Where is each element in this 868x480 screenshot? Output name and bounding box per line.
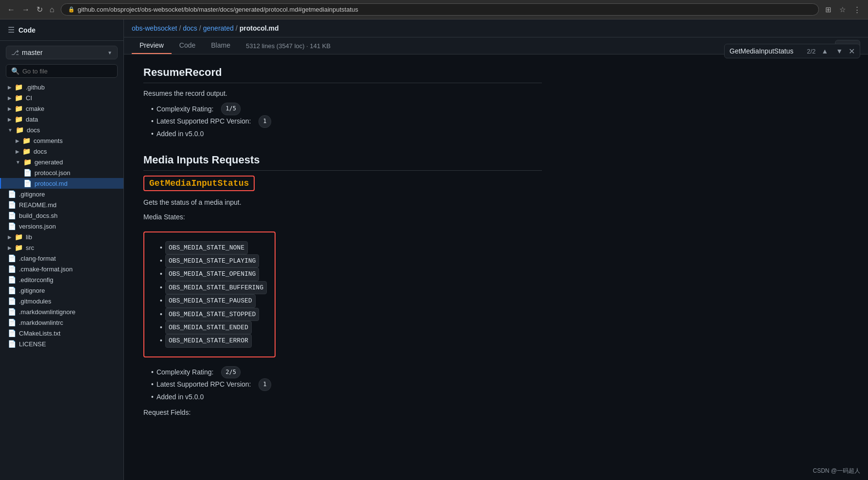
complexity-label2: Complexity Rating: (156, 366, 214, 378)
tree-item-readme[interactable]: 📄 README.md (0, 199, 123, 210)
address-bar[interactable]: 🔒 github.com/obsproject/obs-websocket/bl… (61, 3, 819, 16)
tree-label: .cmake-format.json (19, 266, 73, 273)
file-icon: 📄 (8, 254, 16, 262)
tree-item-docs-inner[interactable]: ▶ 📁 docs (0, 146, 123, 157)
expand-icon: ▼ (8, 127, 13, 133)
media-states-box: OBS_MEDIA_STATE_NONE OBS_MEDIA_STATE_PLA… (143, 231, 276, 357)
tree-label: .clang-format (19, 255, 56, 262)
tree-label: .gitignore (19, 287, 45, 294)
tree-item-docs[interactable]: ▼ 📁 docs (0, 124, 123, 135)
back-button[interactable]: ← (5, 4, 17, 15)
tree-item-cmakelists[interactable]: 📄 CMakeLists.txt (0, 328, 123, 338)
sidebar-toggle-icon[interactable]: ☰ (8, 25, 15, 35)
list-item-rpc: Latest Supported RPC Version: 1 (151, 115, 542, 128)
state-code: OBS_MEDIA_STATE_ERROR (165, 334, 252, 347)
tab-code[interactable]: Code (172, 37, 203, 54)
tree-item-cmake[interactable]: ▶ 📁 cmake (0, 103, 123, 114)
media-inputs-requests-heading: Media Inputs Requests (143, 154, 542, 171)
search-prev-button[interactable]: ▲ (819, 46, 830, 56)
content-area: obs-websocket / docs / generated / proto… (124, 19, 868, 480)
breadcrumb-generated[interactable]: generated (203, 24, 234, 32)
tab-preview[interactable]: Preview (132, 37, 172, 54)
tree-item-lib[interactable]: ▶ 📁 lib (0, 231, 123, 242)
file-icon: 📄 (8, 276, 16, 284)
media-states-list: OBS_MEDIA_STATE_NONE OBS_MEDIA_STATE_PLA… (160, 241, 267, 348)
get-media-input-status-section: GetMediaInputStatus Gets the status of a… (143, 176, 542, 418)
get-media-input-status-heading: GetMediaInputStatus (149, 178, 249, 188)
tree-item-gitmodules[interactable]: 📄 .gitmodules (0, 296, 123, 306)
search-term: GetMediaInputStatus (729, 47, 803, 55)
sidebar: ☰ Code ⎇ master ▼ 🔍 ▶ 📁 .github ▶ 📁 (0, 19, 124, 480)
folder-icon: 📁 (22, 147, 31, 155)
file-icon: 📄 (8, 201, 16, 209)
browser-chrome: ← → ↻ ⌂ 🔒 github.com/obsproject/obs-webs… (0, 0, 868, 19)
state-code: OBS_MEDIA_STATE_PLAYING (165, 254, 259, 267)
bookmark-button[interactable]: ☆ (837, 4, 848, 16)
added-text: Added in v5.0.0 (156, 128, 204, 140)
tree-item-comments[interactable]: ▶ 📁 comments (0, 135, 123, 146)
file-tree: ▶ 📁 .github ▶ 📁 CI ▶ 📁 cmake ▶ 📁 data ▼ (0, 82, 123, 480)
resume-record-description: Resumes the record output. (143, 88, 542, 99)
tree-label: data (26, 116, 38, 123)
tree-item-src[interactable]: ▶ 📁 src (0, 242, 123, 253)
tree-item-ci[interactable]: ▶ 📁 CI (0, 92, 123, 103)
tree-item-markdownlintignore[interactable]: 📄 .markdownlintignore (0, 306, 123, 317)
tab-blame[interactable]: Blame (203, 37, 238, 54)
breadcrumb-sep-1: / (179, 24, 181, 32)
search-overlay: GetMediaInputStatus 2/2 ▲ ▼ ✕ (724, 44, 860, 58)
tree-item-markdownlintrc[interactable]: 📄 .markdownlintrc (0, 317, 123, 328)
expand-icon: ▶ (8, 245, 12, 250)
branch-selector[interactable]: ⎇ master ▼ (6, 46, 118, 59)
breadcrumb-obs-websocket[interactable]: obs-websocket (132, 24, 177, 32)
file-header: obs-websocket / docs / generated / proto… (124, 19, 868, 37)
file-icon: 📄 (8, 297, 16, 305)
search-file-container[interactable]: 🔍 (6, 64, 118, 78)
state-stopped: OBS_MEDIA_STATE_STOPPED (160, 308, 267, 321)
tree-item-cmake-format[interactable]: 📄 .cmake-format.json (0, 264, 123, 274)
tree-item-gitignore2[interactable]: 📄 .gitignore (0, 285, 123, 296)
tree-item-versions[interactable]: 📄 versions.json (0, 221, 123, 231)
expand-icon: ▼ (16, 160, 20, 165)
tree-item-protocol-json[interactable]: 📄 protocol.json (0, 167, 123, 178)
forward-button[interactable]: → (19, 4, 32, 15)
tree-item-github[interactable]: ▶ 📁 .github (0, 82, 123, 92)
tree-label: generated (35, 159, 63, 166)
breadcrumb-docs[interactable]: docs (183, 24, 197, 32)
tree-label: CMakeLists.txt (19, 330, 60, 337)
state-code: OBS_MEDIA_STATE_OPENING (165, 267, 259, 281)
tree-label: protocol.md (35, 180, 68, 187)
tree-item-clang-format[interactable]: 📄 .clang-format (0, 253, 123, 264)
extensions-button[interactable]: ⊞ (823, 4, 834, 16)
state-code: OBS_MEDIA_STATE_PAUSED (165, 294, 256, 307)
tree-item-generated[interactable]: ▼ 📁 generated (0, 157, 123, 167)
branch-icon: ⎇ (11, 49, 19, 56)
search-file-input[interactable] (22, 68, 112, 75)
tree-label: .markdownlintignore (19, 308, 75, 316)
expand-icon: ▶ (8, 95, 12, 101)
sidebar-header: ☰ Code (0, 19, 123, 41)
resume-record-list: Complexity Rating: 1/5 Latest Supported … (151, 103, 542, 140)
tree-item-build-docs[interactable]: 📄 build_docs.sh (0, 210, 123, 221)
home-button[interactable]: ⌂ (47, 4, 57, 15)
tree-item-license[interactable]: 📄 LICENSE (0, 338, 123, 349)
search-next-button[interactable]: ▼ (834, 46, 845, 56)
tree-item-gitignore[interactable]: 📄 .gitignore (0, 189, 123, 199)
state-buffering: OBS_MEDIA_STATE_BUFFERING (160, 281, 267, 294)
refresh-button[interactable]: ↻ (34, 4, 45, 15)
list-item-complexity2: Complexity Rating: 2/5 (151, 366, 542, 379)
tree-label: versions.json (19, 223, 56, 230)
tree-item-data[interactable]: ▶ 📁 data (0, 114, 123, 124)
tree-item-editorconfig[interactable]: 📄 .editorconfig (0, 274, 123, 285)
tree-label: protocol.json (35, 169, 70, 177)
complexity-label: Complexity Rating: (156, 103, 214, 115)
expand-icon: ▶ (8, 234, 12, 240)
state-ended: OBS_MEDIA_STATE_ENDED (160, 321, 267, 334)
expand-icon: ▶ (8, 85, 12, 90)
menu-button[interactable]: ⋮ (851, 4, 863, 16)
rpc-value: 1 (259, 115, 271, 128)
tree-item-protocol-md[interactable]: 📄 protocol.md (0, 178, 123, 189)
file-icon: 📄 (8, 222, 16, 230)
tree-label: build_docs.sh (19, 212, 58, 219)
tree-label: README.md (19, 201, 56, 209)
search-close-button[interactable]: ✕ (849, 47, 855, 56)
